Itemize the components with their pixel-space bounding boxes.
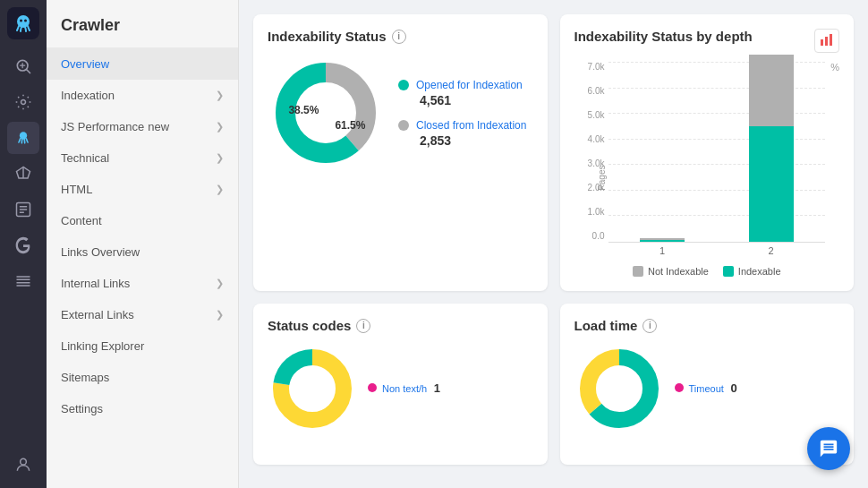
percent-label: % bbox=[825, 62, 839, 73]
nav-item-external-links[interactable]: External Links❯ bbox=[47, 299, 238, 330]
nav-item-technical[interactable]: Technical❯ bbox=[47, 142, 238, 174]
swatch-indexable bbox=[723, 266, 734, 277]
chevron-icon: ❯ bbox=[216, 121, 224, 133]
indexability-depth-card: Indexability Status by depth 7.0k 6.0k 5… bbox=[560, 14, 855, 291]
y-label-1k: 1.0k bbox=[588, 207, 605, 217]
chart-icon-button[interactable] bbox=[814, 29, 839, 53]
swatch-not-indexable bbox=[633, 266, 643, 277]
nav-item-label: Linking Explorer bbox=[61, 339, 144, 353]
indexability-status-card: Indexability Status i 38.5% 61.5% bbox=[253, 14, 548, 291]
nav-item-label: Settings bbox=[61, 402, 103, 415]
load-time-legend: Timeout 0 bbox=[675, 381, 737, 396]
legend-open-label: Opened for Indexation bbox=[416, 79, 523, 91]
svg-point-7 bbox=[21, 458, 27, 465]
status-codes-card: Status codes i Non text/h 1 bbox=[253, 304, 548, 465]
logo bbox=[7, 7, 39, 39]
nav-item-internal-links[interactable]: Internal Links❯ bbox=[47, 268, 238, 299]
nav-item-label: Technical bbox=[61, 151, 109, 165]
chevron-icon: ❯ bbox=[216, 309, 224, 321]
y-label-7k: 7.0k bbox=[588, 62, 605, 72]
legend-dot-closed bbox=[398, 120, 409, 131]
status-codes-title: Status codes i bbox=[268, 318, 533, 333]
svg-point-19 bbox=[597, 366, 642, 411]
sidebar-icon-list[interactable] bbox=[7, 265, 39, 297]
bar-group-1 bbox=[640, 238, 685, 242]
svg-point-16 bbox=[290, 366, 335, 411]
load-time-info[interactable]: i bbox=[642, 319, 657, 333]
nav-item-label: Indexation bbox=[61, 89, 115, 102]
indexability-donut: 38.5% 61.5% bbox=[268, 55, 384, 171]
legend-items: Opened for Indexation 4,561 Closed from … bbox=[398, 78, 533, 148]
svg-point-1 bbox=[20, 20, 22, 22]
dot-timeout bbox=[675, 383, 684, 392]
dot-non-text bbox=[368, 383, 377, 392]
chat-button[interactable] bbox=[807, 427, 850, 470]
svg-rect-12 bbox=[825, 37, 828, 46]
legend-closed-value: 2,853 bbox=[420, 133, 451, 148]
nav-item-linking-explorer[interactable]: Linking Explorer bbox=[47, 330, 238, 362]
status-codes-donut bbox=[268, 344, 357, 433]
sidebar-icon-google[interactable] bbox=[7, 229, 39, 261]
legend-dot-open bbox=[398, 80, 409, 90]
nav-item-content[interactable]: Content bbox=[47, 205, 238, 236]
x-label-2: 2 bbox=[768, 245, 773, 259]
load-time-timeout: Timeout 0 bbox=[675, 381, 737, 396]
y-axis-label: Pages bbox=[596, 166, 606, 191]
load-time-donut bbox=[574, 344, 664, 433]
icon-sidebar bbox=[0, 0, 47, 488]
legend-closed: Closed from Indexation 2,853 bbox=[398, 118, 533, 148]
svg-rect-11 bbox=[821, 39, 823, 46]
chevron-icon: ❯ bbox=[216, 152, 224, 164]
sidebar-icon-octopus[interactable] bbox=[7, 122, 39, 154]
legend-closed-label: Closed from Indexation bbox=[416, 119, 526, 132]
nav-item-label: Links Overview bbox=[61, 245, 140, 259]
sidebar-icon-user[interactable] bbox=[7, 449, 39, 481]
nav-item-sitemaps[interactable]: Sitemaps bbox=[47, 362, 238, 393]
nav-item-label: Sitemaps bbox=[61, 371, 109, 384]
svg-rect-13 bbox=[830, 34, 832, 46]
legend-open-value: 4,561 bbox=[420, 93, 451, 107]
x-label-1: 1 bbox=[660, 245, 665, 259]
nav-item-links-overview[interactable]: Links Overview bbox=[47, 236, 238, 268]
legend-not-indexable: Not Indexable bbox=[633, 266, 709, 277]
nav-item-indexation[interactable]: Indexation❯ bbox=[47, 80, 238, 111]
main-content: Indexability Status i 38.5% 61.5% bbox=[239, 0, 868, 488]
sidebar-icon-scale[interactable] bbox=[7, 158, 39, 190]
status-non-text: Non text/h 1 bbox=[368, 381, 440, 396]
legend-open: Opened for Indexation 4,561 bbox=[398, 78, 533, 107]
status-codes-info[interactable]: i bbox=[356, 319, 370, 333]
bar-group-2 bbox=[749, 62, 794, 242]
bar-chart-legend: Not Indexable Indexable bbox=[574, 266, 840, 277]
nav-item-label: Content bbox=[61, 214, 102, 227]
status-codes-legend: Non text/h 1 bbox=[368, 381, 440, 396]
sidebar-icon-log[interactable] bbox=[7, 193, 39, 226]
chevron-icon: ❯ bbox=[216, 90, 224, 101]
indexability-depth-title: Indexability Status by depth bbox=[574, 29, 753, 44]
y-label-4k: 4.0k bbox=[588, 134, 605, 144]
bar-indexable-1 bbox=[640, 240, 685, 242]
sidebar-icon-seo[interactable] bbox=[7, 50, 39, 82]
bar-indexable-2 bbox=[749, 126, 794, 242]
nav-item-overview[interactable]: Overview bbox=[47, 48, 238, 80]
nav-item-label: Overview bbox=[61, 57, 109, 71]
donut-pct-open: 61.5% bbox=[335, 119, 365, 132]
sidebar-title: Crawler bbox=[47, 0, 238, 48]
sidebar-icon-gear[interactable] bbox=[7, 86, 39, 118]
y-label-0: 0.0 bbox=[592, 231, 605, 241]
bar-not-indexable-2 bbox=[749, 55, 794, 126]
svg-point-4 bbox=[21, 100, 26, 105]
indexability-status-title: Indexability Status i bbox=[268, 29, 533, 44]
legend-indexable: Indexable bbox=[723, 266, 781, 277]
load-time-title: Load time i bbox=[574, 318, 840, 333]
indexability-status-info[interactable]: i bbox=[392, 30, 406, 44]
nav-item-settings[interactable]: Settings bbox=[47, 393, 238, 424]
nav-item-html[interactable]: HTML❯ bbox=[47, 174, 238, 205]
y-label-5k: 5.0k bbox=[588, 110, 605, 120]
nav-item-label: JS Performance bbox=[61, 120, 144, 133]
chevron-icon: ❯ bbox=[216, 184, 224, 195]
chevron-icon: ❯ bbox=[216, 278, 224, 289]
nav-item-label: Internal Links bbox=[61, 277, 130, 290]
nav-item-label: External Links bbox=[61, 308, 134, 321]
nav-item-js-performance[interactable]: JS Performancenew❯ bbox=[47, 111, 238, 142]
nav-sidebar: Crawler OverviewIndexation❯JS Performanc… bbox=[47, 0, 239, 488]
